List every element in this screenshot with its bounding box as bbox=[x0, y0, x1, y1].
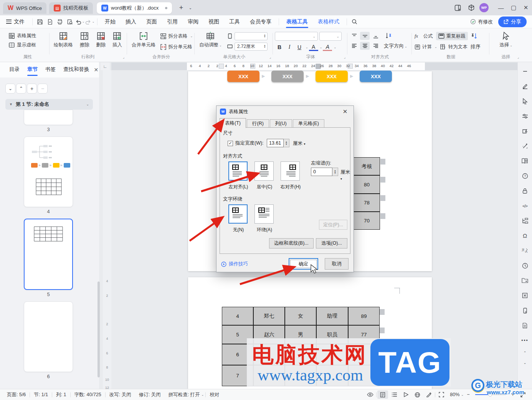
apps-button[interactable] bbox=[465, 0, 477, 15]
tab-sections[interactable]: 章节 bbox=[23, 62, 41, 77]
fit-page-icon[interactable] bbox=[436, 390, 447, 399]
table-cell[interactable]: 80 bbox=[354, 175, 380, 194]
width-spinner[interactable]: ▲▼ bbox=[284, 139, 289, 147]
zoom-out-button[interactable]: − bbox=[464, 390, 472, 399]
vertical-text-icon[interactable] bbox=[385, 32, 392, 40]
table-cell[interactable]: 助理 bbox=[316, 307, 348, 325]
file-menu[interactable]: 文件 bbox=[0, 18, 30, 25]
search-icon[interactable] bbox=[349, 17, 359, 26]
table-resize-handle[interactable] bbox=[380, 177, 385, 183]
close-box-icon[interactable] bbox=[518, 288, 532, 303]
beautify-wand-icon[interactable] bbox=[518, 138, 532, 153]
sidebar-close-icon[interactable]: ✕ bbox=[94, 67, 99, 73]
dialog-tab-column[interactable]: 列(U) bbox=[270, 119, 292, 128]
delete-button[interactable]: 删除 bbox=[93, 31, 108, 44]
maximize-button[interactable]: ▢ bbox=[507, 0, 520, 15]
show-gridlines-button[interactable]: 显示虚框 bbox=[8, 41, 47, 49]
merge-cells-button[interactable]: 合并单元格 bbox=[129, 31, 159, 49]
formula-button[interactable]: fx 公式 bbox=[415, 32, 433, 40]
align-middle-button[interactable] bbox=[360, 32, 370, 40]
group-expand-icon[interactable]: ⌟ bbox=[517, 55, 519, 59]
tab-contents[interactable]: 目录 bbox=[5, 62, 23, 77]
seal-signature-icon[interactable] bbox=[518, 123, 532, 138]
draw-table-button[interactable]: 绘制表格 bbox=[51, 31, 76, 49]
add-section-button[interactable]: + bbox=[27, 84, 37, 94]
group-expand-icon[interactable]: ⌟ bbox=[269, 55, 271, 59]
table-cell[interactable]: 89 bbox=[348, 307, 380, 325]
font-color-button[interactable]: A bbox=[309, 43, 318, 51]
split-table-button[interactable]: 拆分表格⌄ bbox=[160, 32, 193, 40]
bold-button[interactable]: B bbox=[275, 43, 284, 51]
adjust-sliders-icon[interactable] bbox=[518, 109, 532, 123]
outline-tree-icon[interactable] bbox=[518, 213, 532, 228]
dialog-title-bar[interactable]: W 表格属性 ✕ bbox=[216, 106, 354, 117]
export-pdf-button[interactable] bbox=[45, 17, 55, 26]
font-size-select[interactable]: ⌄ bbox=[319, 32, 342, 41]
tab-bookmarks[interactable]: 书签 bbox=[41, 62, 59, 77]
tab-stop-selector[interactable]: ∟ bbox=[101, 63, 110, 70]
web-view-icon[interactable] bbox=[412, 390, 423, 399]
dialog-tab-cell[interactable]: 单元格(E) bbox=[293, 119, 324, 128]
close-button[interactable]: ✕ bbox=[520, 0, 532, 15]
favorites-folder-icon[interactable] bbox=[518, 273, 532, 288]
row-height-input[interactable]: ▲▼ bbox=[235, 32, 268, 40]
align-left-option[interactable] bbox=[228, 161, 248, 181]
section-header[interactable]: ▼ 第 1 节: 未命名 ⌄ bbox=[5, 99, 93, 110]
align-center-button[interactable] bbox=[360, 42, 370, 50]
sort-button[interactable]: 排序 bbox=[471, 43, 481, 50]
play-view-icon[interactable] bbox=[400, 390, 411, 399]
translate-icon[interactable]: 文A bbox=[518, 243, 532, 258]
italic-button[interactable]: I bbox=[285, 43, 294, 51]
mobile-view-icon[interactable] bbox=[518, 303, 532, 318]
menu-page[interactable]: 页面 bbox=[141, 15, 162, 28]
menu-insert[interactable]: 插入 bbox=[121, 15, 141, 28]
indent-unit-dropdown[interactable]: 厘米▾ bbox=[340, 169, 350, 181]
width-unit-dropdown[interactable]: 厘米 ▾ bbox=[293, 140, 306, 147]
menu-review[interactable]: 审阅 bbox=[183, 15, 203, 28]
menu-tools[interactable]: 工具 bbox=[224, 15, 245, 28]
zoom-level[interactable]: 80% bbox=[448, 392, 460, 397]
table-cell[interactable]: 郑七 bbox=[253, 307, 285, 325]
table-cell[interactable]: 女 bbox=[285, 307, 316, 325]
print-preview-button[interactable] bbox=[65, 17, 75, 26]
table-cell[interactable]: 70 bbox=[354, 212, 380, 230]
repeat-header-button[interactable]: 重复标题 bbox=[436, 32, 468, 40]
column-width-input[interactable]: 2.72厘米▲▼ bbox=[235, 43, 268, 51]
borders-shading-button[interactable]: 边框和底纹(B)... bbox=[269, 238, 314, 249]
sidebar-scrollbar[interactable] bbox=[97, 281, 100, 377]
page-thumbnail[interactable]: ▶ ▶ ▶ bbox=[24, 137, 73, 207]
insert-button[interactable]: 插入 bbox=[110, 31, 125, 49]
table-resize-handle[interactable] bbox=[380, 328, 385, 333]
menu-table-style[interactable]: 表格样式 bbox=[313, 15, 344, 28]
table-resize-handle[interactable] bbox=[380, 309, 385, 315]
status-item[interactable]: 改写: 关闭 bbox=[106, 392, 135, 398]
tab-find-replace[interactable]: 查找和替换 bbox=[59, 62, 93, 77]
outline-view-icon[interactable] bbox=[389, 390, 400, 399]
ok-button[interactable]: 确定 bbox=[289, 258, 318, 270]
chevron-down-icon[interactable]: ⌄ bbox=[202, 393, 204, 397]
tips-link[interactable]: 操作技巧 bbox=[221, 261, 248, 267]
print-button[interactable] bbox=[55, 17, 65, 26]
table-resize-handle[interactable] bbox=[380, 159, 385, 165]
smartart-shape[interactable]: XXX bbox=[360, 71, 392, 82]
width-value-input[interactable]: 13.61 bbox=[267, 139, 284, 147]
help-icon[interactable]: ? bbox=[518, 168, 532, 183]
status-item[interactable]: 列: 1 bbox=[52, 392, 70, 398]
scroll-up-icon[interactable]: ⌃ bbox=[518, 348, 532, 358]
align-center-option[interactable] bbox=[254, 161, 274, 181]
undo-button[interactable]: ⌄ bbox=[75, 17, 85, 26]
history-icon[interactable] bbox=[518, 258, 532, 273]
wrap-none-option[interactable] bbox=[228, 204, 248, 224]
text-direction-button[interactable]: 文字方向⌄ bbox=[384, 43, 407, 49]
table-cell[interactable]: 78 bbox=[354, 194, 380, 212]
table-cell[interactable]: 考核 bbox=[354, 157, 380, 175]
redo-button[interactable]: ⌄ bbox=[85, 17, 95, 26]
wrap-around-option[interactable] bbox=[254, 204, 274, 224]
menu-member[interactable]: 会员专享 bbox=[245, 15, 276, 28]
lock-icon[interactable] bbox=[518, 183, 532, 198]
table-resize-handle[interactable] bbox=[380, 195, 385, 201]
select-cursor-icon[interactable] bbox=[518, 94, 532, 109]
underline-button[interactable]: U bbox=[295, 43, 304, 51]
options-button[interactable]: 选项(O)... bbox=[316, 238, 347, 249]
calculate-button[interactable]: 计算⌄ bbox=[415, 43, 437, 51]
